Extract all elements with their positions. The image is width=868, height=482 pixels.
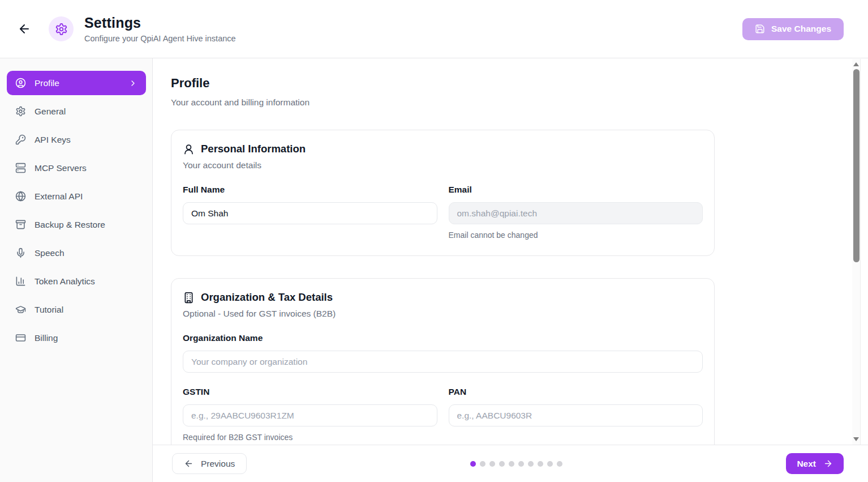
sidebar-item-tutorial[interactable]: Tutorial <box>7 297 146 322</box>
sidebar-item-label: External API <box>35 191 83 202</box>
graduation-cap-icon <box>15 304 26 315</box>
save-changes-button[interactable]: Save Changes <box>742 18 844 40</box>
gstin-helper-text: Required for B2B GST invoices <box>183 433 437 442</box>
sidebar-item-api-keys[interactable]: API Keys <box>7 127 146 152</box>
save-changes-label: Save Changes <box>771 24 831 34</box>
sidebar-item-label: Billing <box>35 333 58 343</box>
key-icon <box>15 134 26 145</box>
settings-content: Profile Your account and billing informa… <box>153 58 715 458</box>
scrollbar-thumb[interactable] <box>853 69 860 262</box>
section-title: Profile <box>171 76 715 91</box>
page-dot-7[interactable] <box>528 461 534 467</box>
settings-gear-badge <box>49 16 74 41</box>
back-button[interactable] <box>14 18 35 40</box>
sidebar-item-label: Profile <box>35 78 59 88</box>
gstin-field-group: GSTIN Required for B2B GST invoices <box>183 387 437 442</box>
scrollbar-up-arrow[interactable] <box>853 62 859 66</box>
organization-name-input[interactable] <box>183 351 703 373</box>
settings-window: Settings Configure your QpiAI Agent Hive… <box>0 0 868 482</box>
page-dot-9[interactable] <box>547 461 553 467</box>
page-dot-6[interactable] <box>518 461 524 467</box>
user-circle-icon <box>15 78 26 88</box>
sidebar-item-label: Tutorial <box>35 305 63 315</box>
content-scrollbar[interactable] <box>852 59 861 445</box>
sidebar-item-speech[interactable]: Speech <box>7 241 146 265</box>
email-field-group: Email Email cannot be changed <box>449 185 703 240</box>
organization-name-label: Organization Name <box>183 333 703 343</box>
organization-tax-subtitle: Optional - Used for GST invoices (B2B) <box>183 309 703 319</box>
bar-chart-icon <box>15 276 26 287</box>
microphone-icon <box>15 248 26 258</box>
pan-input[interactable] <box>449 404 703 426</box>
sidebar-item-label: Speech <box>35 248 65 258</box>
sidebar-item-label: Backup & Restore <box>35 220 105 230</box>
page-dot-1[interactable] <box>470 461 476 467</box>
sidebar-item-backup-restore[interactable]: Backup & Restore <box>7 212 146 237</box>
wizard-footer: Previous Next <box>153 445 868 482</box>
page-dot-5[interactable] <box>509 461 514 467</box>
arrow-right-icon <box>823 459 833 468</box>
server-icon <box>15 163 26 173</box>
organization-tax-card: Organization & Tax Details Optional - Us… <box>171 278 715 458</box>
sidebar-item-external-api[interactable]: External API <box>7 184 146 208</box>
page-dot-2[interactable] <box>480 461 485 467</box>
next-button[interactable]: Next <box>786 453 844 474</box>
gstin-label: GSTIN <box>183 387 437 397</box>
personal-information-card: Personal Information Your account detail… <box>171 130 715 256</box>
sidebar-item-label: General <box>35 106 66 117</box>
next-button-label: Next <box>797 459 816 469</box>
page-header-subtitle: Configure your QpiAI Agent Hive instance <box>84 34 236 43</box>
pagination-dots <box>247 461 786 467</box>
organization-tax-header: Organization & Tax Details <box>183 291 703 304</box>
sidebar-item-label: Token Analytics <box>35 276 95 287</box>
sidebar-item-mcp-servers[interactable]: MCP Servers <box>7 156 146 180</box>
full-name-label: Full Name <box>183 185 437 195</box>
previous-button[interactable]: Previous <box>172 453 247 474</box>
pan-label: PAN <box>449 387 703 397</box>
credit-card-icon <box>15 332 26 343</box>
personal-information-header: Personal Information <box>183 143 703 155</box>
arrow-left-icon <box>18 22 31 36</box>
pan-field-group: PAN <box>449 387 703 442</box>
sidebar-item-general[interactable]: General <box>7 99 146 123</box>
archive-icon <box>15 219 26 230</box>
section-subtitle: Your account and billing information <box>171 97 715 108</box>
gear-icon <box>55 23 68 36</box>
building-icon <box>183 292 195 304</box>
chevron-right-icon <box>128 79 137 88</box>
globe-icon <box>15 191 26 202</box>
header-titles: Settings Configure your QpiAI Agent Hive… <box>84 15 236 44</box>
scrollbar-down-arrow[interactable] <box>853 437 859 441</box>
sidebar-item-billing[interactable]: Billing <box>7 326 146 350</box>
sidebar-item-label: API Keys <box>35 135 71 145</box>
personal-information-subtitle: Your account details <box>183 160 703 170</box>
sidebar-item-profile[interactable]: Profile <box>7 71 146 95</box>
header: Settings Configure your QpiAI Agent Hive… <box>0 0 868 58</box>
organization-name-field-group: Organization Name <box>183 333 703 373</box>
page-dot-10[interactable] <box>557 461 562 467</box>
sidebar-item-label: MCP Servers <box>35 163 87 173</box>
page-dot-4[interactable] <box>499 461 505 467</box>
user-icon <box>183 143 195 155</box>
personal-information-title: Personal Information <box>201 143 306 155</box>
arrow-left-icon <box>184 459 194 468</box>
email-input <box>449 202 703 224</box>
page-header-title: Settings <box>84 15 236 31</box>
sidebar-nav: ProfileGeneralAPI KeysMCP ServersExterna… <box>7 71 146 350</box>
page-dot-8[interactable] <box>538 461 543 467</box>
main-panel: Profile Your account and billing informa… <box>153 58 868 482</box>
save-icon <box>755 24 765 34</box>
email-label: Email <box>449 185 703 195</box>
email-helper-text: Email cannot be changed <box>449 231 703 240</box>
page-dot-3[interactable] <box>489 461 495 467</box>
full-name-input[interactable] <box>183 202 437 224</box>
gear-icon <box>15 106 26 117</box>
gstin-input[interactable] <box>183 404 437 426</box>
previous-button-label: Previous <box>201 459 235 469</box>
organization-tax-title: Organization & Tax Details <box>201 291 333 304</box>
settings-sidebar: ProfileGeneralAPI KeysMCP ServersExterna… <box>0 58 153 482</box>
sidebar-item-token-analytics[interactable]: Token Analytics <box>7 269 146 293</box>
full-name-field-group: Full Name <box>183 185 437 240</box>
